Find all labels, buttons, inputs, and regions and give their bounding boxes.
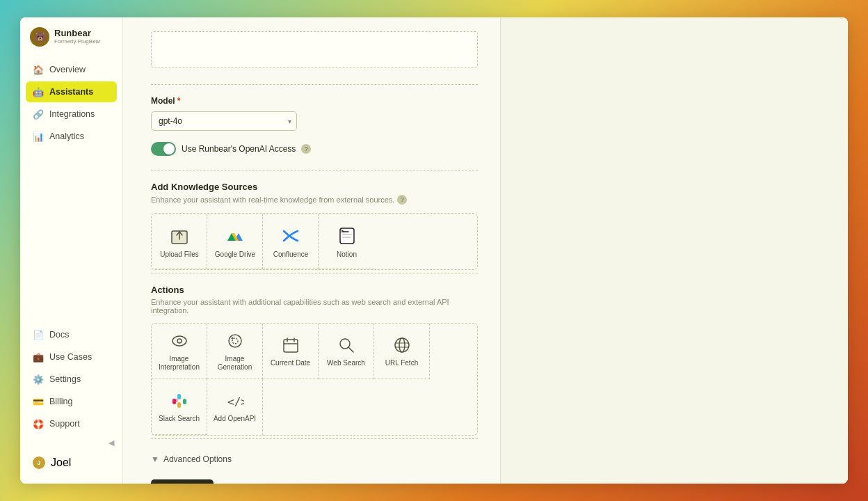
sidebar-user[interactable]: J Joel [26,452,117,474]
action-current-date[interactable]: Current Date [263,324,319,379]
actions-title: Actions [151,285,472,295]
svg-line-15 [348,347,353,352]
logo-name: Runbear [54,29,101,38]
sidebar-label-integrations: Integrations [49,109,95,119]
divider-2 [151,170,478,170]
logo: 🐻 Runbear Formerly PlugBear [20,27,122,59]
advanced-options-toggle[interactable]: ▼ Advanced Options [151,450,472,468]
model-select[interactable]: gpt-4o gpt-4 gpt-3.5-turbo [151,111,297,131]
actions-desc: Enhance your assistant with additional c… [151,298,472,315]
logo-text: Runbear Formerly PlugBear [54,29,101,45]
search-icon [337,335,356,355]
divider-3 [151,273,478,273]
create-button[interactable]: Create [151,479,214,484]
right-panel [500,17,848,484]
sidebar-collapse-button[interactable]: ◀ [26,436,117,450]
sidebar-label-docs: Docs [49,330,69,340]
settings-icon: ⚙️ [33,374,44,385]
required-star: * [177,96,181,106]
slack-search-label: Slack Search [159,415,200,423]
sidebar-label-use-cases: Use Cases [49,352,92,362]
notion-label: Notion [337,250,357,258]
docs-icon: 📄 [33,329,44,340]
sidebar-item-analytics[interactable]: 📊 Analytics [26,126,117,147]
sidebar-bottom: 📄 Docs 💼 Use Cases ⚙️ Settings 💳 Billing… [20,324,122,474]
source-google-drive[interactable]: Google Drive [207,214,263,269]
sidebar-item-billing[interactable]: 💳 Billing [26,391,117,412]
google-drive-icon [225,225,246,246]
sidebar-label-assistants: Assistants [49,87,93,97]
source-upload-files[interactable]: Upload Files [152,214,207,269]
action-add-openapi[interactable]: </> Add OpenAPI [207,379,263,435]
knowledge-help-icon[interactable]: ? [397,195,407,205]
analytics-icon: 📊 [33,131,44,142]
actions-grid: Image Interpretation Image Generation [151,323,478,436]
source-notion[interactable]: N Notion [319,214,374,269]
sidebar-item-use-cases[interactable]: 💼 Use Cases [26,347,117,367]
logo-subtitle: Formerly PlugBear [54,39,101,45]
web-search-label: Web Search [327,359,365,367]
knowledge-sources-title: Add Knowledge Sources [151,182,472,192]
integrations-icon: 🔗 [33,109,44,120]
model-label: Model * [151,96,472,106]
source-confluence[interactable]: Confluence [263,214,319,269]
svg-rect-25 [177,394,181,399]
upload-files-icon [169,225,190,246]
help-icon[interactable]: ? [301,144,311,154]
knowledge-sources-grid: Upload Files Google Drive [151,213,478,270]
sidebar-label-support: Support [49,419,80,429]
sidebar-item-assistants[interactable]: 🤖 Assistants [26,81,117,102]
svg-text:</>: </> [227,395,244,408]
globe-icon [392,335,412,355]
assistants-icon: 🤖 [33,86,44,97]
svg-point-8 [232,338,238,344]
sidebar-item-support[interactable]: 🛟 Support [26,413,117,434]
sidebar-item-integrations[interactable]: 🔗 Integrations [26,104,117,125]
sidebar-label-analytics: Analytics [49,132,84,141]
notion-icon: N [337,225,357,246]
slack-icon [170,391,189,411]
svg-rect-22 [183,399,186,404]
action-image-interpretation[interactable]: Image Interpretation [152,324,207,379]
user-name: Joel [51,456,71,469]
toggle-knob [163,143,175,154]
add-openapi-label: Add OpenAPI [214,415,256,423]
action-image-generation[interactable]: Image Generation [207,324,263,379]
svg-point-6 [177,339,182,343]
image-interpretation-label: Image Interpretation [152,355,207,372]
current-date-label: Current Date [271,359,310,367]
sidebar-item-overview[interactable]: 🏠 Overview [26,59,117,80]
svg-point-9 [231,337,233,339]
upload-files-label: Upload Files [160,250,199,258]
svg-rect-24 [172,399,178,402]
assistant-description-input[interactable] [151,31,478,67]
sidebar: 🐻 Runbear Formerly PlugBear 🏠 Overview 🤖… [20,17,123,484]
sidebar-item-docs[interactable]: 📄 Docs [26,324,117,345]
svg-point-16 [395,338,409,352]
action-url-fetch[interactable]: URL Fetch [374,324,430,379]
svg-rect-23 [177,402,181,408]
openai-access-toggle[interactable] [151,142,176,156]
knowledge-sources-desc: Enhance your assistant with real-time kn… [151,195,472,205]
svg-text:N: N [341,228,344,234]
action-slack-search[interactable]: Slack Search [152,379,207,435]
sidebar-nav: 🏠 Overview 🤖 Assistants 🔗 Integrations 📊… [20,59,122,324]
confluence-label: Confluence [273,250,309,258]
sidebar-item-settings[interactable]: ⚙️ Settings [26,369,117,390]
svg-rect-10 [284,340,298,352]
toggle-label: Use Runbear's OpenAI Access [182,144,296,154]
calendar-icon [281,335,300,355]
sidebar-label-billing: Billing [49,397,72,406]
model-select-wrapper: gpt-4o gpt-4 gpt-3.5-turbo ▾ [151,111,297,131]
main-content: Model * gpt-4o gpt-4 gpt-3.5-turbo ▾ Use… [123,17,500,484]
divider-1 [151,84,478,85]
sidebar-label-overview: Overview [49,65,86,74]
image-generation-label: Image Generation [207,355,262,372]
code-icon: </> [225,391,245,411]
app-window: 🐻 Runbear Formerly PlugBear 🏠 Overview 🤖… [20,17,848,484]
logo-icon: 🐻 [30,27,49,47]
action-web-search[interactable]: Web Search [319,324,374,379]
support-icon: 🛟 [33,418,44,429]
divider-4 [151,438,478,439]
form-area: Model * gpt-4o gpt-4 gpt-3.5-turbo ▾ Use… [123,17,500,484]
